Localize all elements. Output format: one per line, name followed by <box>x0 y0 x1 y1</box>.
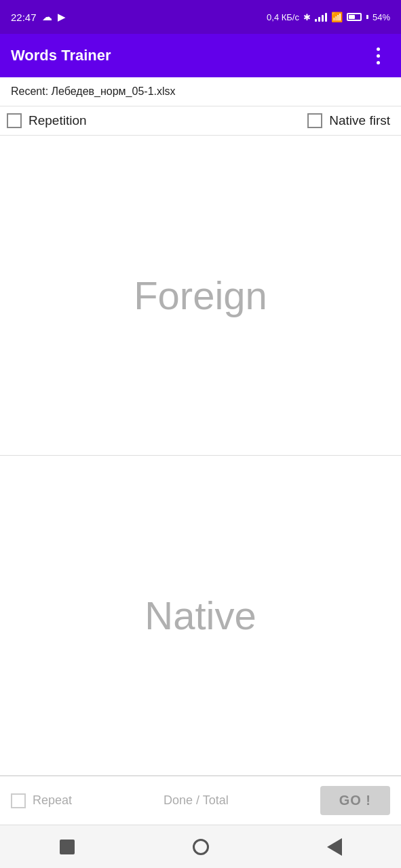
native-first-checkbox[interactable] <box>307 113 322 128</box>
repetition-label: Repetition <box>28 113 87 128</box>
menu-button[interactable] <box>366 43 390 68</box>
recent-file-label: Recent: Лебедев_норм_05-1.xlsx <box>11 85 176 97</box>
repetition-checkbox-label[interactable]: Repetition <box>7 113 87 128</box>
done-total-label: Done / Total <box>164 793 229 808</box>
home-nav-button[interactable] <box>185 831 217 863</box>
options-row: Repetition Native first <box>0 106 401 136</box>
back-icon <box>327 838 342 856</box>
status-bar: 22:47 ☁ ▶ 0,4 КБ/с ✱ 📶 54% <box>0 0 401 34</box>
main-content: Foreign Native <box>0 136 401 776</box>
play-icon: ▶ <box>58 11 66 23</box>
bottom-bar: Repeat Done / Total GO ! <box>0 776 401 825</box>
status-bar-left: 22:47 ☁ ▶ <box>11 11 66 23</box>
battery-icon <box>347 13 362 21</box>
recent-file-bar: Recent: Лебедев_норм_05-1.xlsx <box>0 77 401 106</box>
status-time: 22:47 <box>11 12 37 23</box>
stop-icon <box>60 840 75 854</box>
native-word-placeholder: Native <box>145 593 256 638</box>
native-first-label: Native first <box>329 113 390 128</box>
app-title: Words Trainer <box>11 47 111 64</box>
repeat-checkbox[interactable] <box>11 793 26 808</box>
cloud-icon: ☁ <box>42 11 52 23</box>
status-bar-right: 0,4 КБ/с ✱ 📶 54% <box>267 12 390 22</box>
foreign-word-placeholder: Foreign <box>134 273 267 318</box>
more-vert-icon <box>377 47 380 64</box>
battery-percent: 54% <box>373 12 390 22</box>
stop-nav-button[interactable] <box>51 831 83 863</box>
native-area[interactable]: Native <box>0 456 401 776</box>
nav-bar <box>0 825 401 868</box>
repeat-label-text: Repeat <box>33 793 72 808</box>
repetition-checkbox[interactable] <box>7 113 22 128</box>
back-nav-button[interactable] <box>318 831 351 863</box>
wifi-icon: 📶 <box>331 12 343 22</box>
data-speed: 0,4 КБ/с <box>267 12 299 22</box>
home-icon <box>193 839 209 855</box>
native-first-checkbox-label[interactable]: Native first <box>307 113 390 128</box>
go-button[interactable]: GO ! <box>320 786 390 815</box>
repeat-checkbox-label[interactable]: Repeat <box>11 793 72 808</box>
foreign-area[interactable]: Foreign <box>0 136 401 456</box>
app-bar: Words Trainer <box>0 34 401 77</box>
bluetooth-icon: ✱ <box>303 12 311 22</box>
signal-icon <box>315 12 327 22</box>
